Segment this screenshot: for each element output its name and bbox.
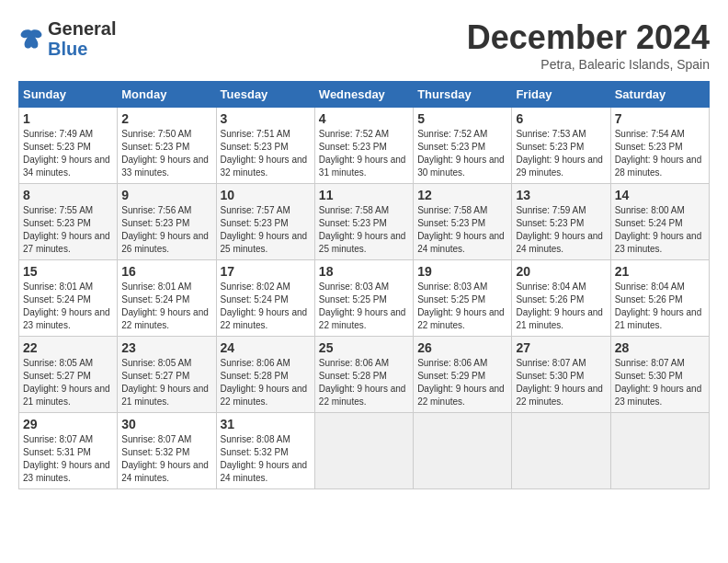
day-number: 14 bbox=[615, 188, 705, 202]
day-info: Sunrise: 8:03 AM Sunset: 5:25 PM Dayligh… bbox=[417, 281, 507, 332]
day-info: Sunrise: 8:07 AM Sunset: 5:30 PM Dayligh… bbox=[516, 357, 606, 408]
header-friday: Friday bbox=[512, 82, 610, 108]
day-info: Sunrise: 8:02 AM Sunset: 5:24 PM Dayligh… bbox=[221, 281, 311, 332]
calendar-cell: 30 Sunrise: 8:07 AM Sunset: 5:32 PM Dayl… bbox=[118, 413, 216, 489]
calendar-cell: 22 Sunrise: 8:05 AM Sunset: 5:27 PM Dayl… bbox=[19, 337, 118, 413]
calendar-cell: 20 Sunrise: 8:04 AM Sunset: 5:26 PM Dayl… bbox=[512, 260, 610, 337]
calendar-cell: 11 Sunrise: 7:58 AM Sunset: 5:23 PM Dayl… bbox=[314, 184, 413, 260]
day-number: 8 bbox=[23, 188, 113, 202]
calendar-cell: 29 Sunrise: 8:07 AM Sunset: 5:31 PM Dayl… bbox=[19, 413, 118, 489]
calendar-cell: 5 Sunrise: 7:52 AM Sunset: 5:23 PM Dayli… bbox=[414, 108, 512, 184]
header: General Blue December 2024 Petra, Balear… bbox=[18, 18, 710, 72]
calendar-cell: 6 Sunrise: 7:53 AM Sunset: 5:23 PM Dayli… bbox=[512, 108, 610, 184]
day-info: Sunrise: 8:05 AM Sunset: 5:27 PM Dayligh… bbox=[121, 357, 211, 408]
day-info: Sunrise: 7:58 AM Sunset: 5:23 PM Dayligh… bbox=[319, 204, 409, 256]
calendar-week-row: 8 Sunrise: 7:55 AM Sunset: 5:23 PM Dayli… bbox=[19, 184, 710, 260]
day-info: Sunrise: 8:04 AM Sunset: 5:26 PM Dayligh… bbox=[615, 281, 705, 332]
day-number: 19 bbox=[417, 264, 507, 279]
calendar-cell: 31 Sunrise: 8:08 AM Sunset: 5:32 PM Dayl… bbox=[216, 413, 314, 489]
title-area: December 2024 Petra, Balearic Islands, S… bbox=[467, 18, 710, 72]
day-info: Sunrise: 7:54 AM Sunset: 5:23 PM Dayligh… bbox=[615, 128, 705, 179]
header-monday: Monday bbox=[118, 82, 216, 108]
logo-text-general: General bbox=[48, 18, 116, 39]
day-number: 3 bbox=[221, 111, 311, 126]
calendar-cell: 19 Sunrise: 8:03 AM Sunset: 5:25 PM Dayl… bbox=[414, 260, 512, 337]
day-info: Sunrise: 8:03 AM Sunset: 5:25 PM Dayligh… bbox=[319, 281, 409, 332]
day-info: Sunrise: 8:06 AM Sunset: 5:29 PM Dayligh… bbox=[417, 357, 507, 408]
day-info: Sunrise: 7:52 AM Sunset: 5:23 PM Dayligh… bbox=[319, 128, 409, 179]
day-info: Sunrise: 8:01 AM Sunset: 5:24 PM Dayligh… bbox=[121, 281, 211, 332]
calendar-cell: 14 Sunrise: 8:00 AM Sunset: 5:24 PM Dayl… bbox=[610, 184, 709, 260]
calendar-cell: 10 Sunrise: 7:57 AM Sunset: 5:23 PM Dayl… bbox=[216, 184, 314, 260]
calendar-week-row: 22 Sunrise: 8:05 AM Sunset: 5:27 PM Dayl… bbox=[19, 337, 710, 413]
location-subtitle: Petra, Balearic Islands, Spain bbox=[467, 57, 710, 72]
calendar-cell bbox=[512, 413, 610, 489]
calendar-week-row: 1 Sunrise: 7:49 AM Sunset: 5:23 PM Dayli… bbox=[19, 108, 710, 184]
day-number: 7 bbox=[615, 111, 705, 126]
calendar-cell: 16 Sunrise: 8:01 AM Sunset: 5:24 PM Dayl… bbox=[118, 260, 216, 337]
day-info: Sunrise: 8:00 AM Sunset: 5:24 PM Dayligh… bbox=[615, 204, 705, 256]
day-number: 25 bbox=[319, 340, 409, 355]
logo-icon bbox=[18, 26, 44, 52]
calendar-cell: 24 Sunrise: 8:06 AM Sunset: 5:28 PM Dayl… bbox=[216, 337, 314, 413]
day-info: Sunrise: 7:58 AM Sunset: 5:23 PM Dayligh… bbox=[417, 204, 507, 256]
day-number: 21 bbox=[615, 264, 705, 279]
calendar-cell: 7 Sunrise: 7:54 AM Sunset: 5:23 PM Dayli… bbox=[610, 108, 709, 184]
day-info: Sunrise: 8:04 AM Sunset: 5:26 PM Dayligh… bbox=[516, 281, 606, 332]
day-info: Sunrise: 7:53 AM Sunset: 5:23 PM Dayligh… bbox=[516, 128, 606, 179]
day-info: Sunrise: 7:59 AM Sunset: 5:23 PM Dayligh… bbox=[516, 204, 606, 256]
calendar-cell: 9 Sunrise: 7:56 AM Sunset: 5:23 PM Dayli… bbox=[118, 184, 216, 260]
day-number: 2 bbox=[121, 111, 211, 126]
calendar-cell: 26 Sunrise: 8:06 AM Sunset: 5:29 PM Dayl… bbox=[414, 337, 512, 413]
header-wednesday: Wednesday bbox=[314, 82, 413, 108]
calendar-cell: 1 Sunrise: 7:49 AM Sunset: 5:23 PM Dayli… bbox=[19, 108, 118, 184]
day-number: 24 bbox=[221, 340, 311, 355]
day-info: Sunrise: 7:57 AM Sunset: 5:23 PM Dayligh… bbox=[221, 204, 311, 256]
day-number: 4 bbox=[319, 111, 409, 126]
day-number: 29 bbox=[23, 417, 113, 431]
calendar-cell: 28 Sunrise: 8:07 AM Sunset: 5:30 PM Dayl… bbox=[610, 337, 709, 413]
day-info: Sunrise: 7:55 AM Sunset: 5:23 PM Dayligh… bbox=[23, 204, 113, 256]
logo-text-blue: Blue bbox=[48, 39, 116, 59]
calendar-cell: 8 Sunrise: 7:55 AM Sunset: 5:23 PM Dayli… bbox=[19, 184, 118, 260]
day-info: Sunrise: 7:50 AM Sunset: 5:23 PM Dayligh… bbox=[121, 128, 211, 179]
day-number: 5 bbox=[417, 111, 507, 126]
day-number: 1 bbox=[23, 111, 113, 126]
calendar-cell: 2 Sunrise: 7:50 AM Sunset: 5:23 PM Dayli… bbox=[118, 108, 216, 184]
day-info: Sunrise: 7:51 AM Sunset: 5:23 PM Dayligh… bbox=[221, 128, 311, 179]
header-sunday: Sunday bbox=[19, 82, 118, 108]
header-thursday: Thursday bbox=[414, 82, 512, 108]
day-number: 26 bbox=[417, 340, 507, 355]
calendar-week-row: 29 Sunrise: 8:07 AM Sunset: 5:31 PM Dayl… bbox=[19, 413, 710, 489]
day-info: Sunrise: 8:07 AM Sunset: 5:32 PM Dayligh… bbox=[121, 433, 211, 485]
day-number: 28 bbox=[615, 340, 705, 355]
calendar-cell: 13 Sunrise: 7:59 AM Sunset: 5:23 PM Dayl… bbox=[512, 184, 610, 260]
calendar-cell: 25 Sunrise: 8:06 AM Sunset: 5:28 PM Dayl… bbox=[314, 337, 413, 413]
day-number: 22 bbox=[23, 340, 113, 355]
day-info: Sunrise: 8:07 AM Sunset: 5:30 PM Dayligh… bbox=[615, 357, 705, 408]
calendar-cell: 17 Sunrise: 8:02 AM Sunset: 5:24 PM Dayl… bbox=[216, 260, 314, 337]
calendar-cell bbox=[414, 413, 512, 489]
day-number: 17 bbox=[221, 264, 311, 279]
day-info: Sunrise: 7:56 AM Sunset: 5:23 PM Dayligh… bbox=[121, 204, 211, 256]
header-tuesday: Tuesday bbox=[216, 82, 314, 108]
day-number: 10 bbox=[221, 188, 311, 202]
day-info: Sunrise: 8:08 AM Sunset: 5:32 PM Dayligh… bbox=[221, 433, 311, 485]
day-number: 13 bbox=[516, 188, 606, 202]
day-number: 30 bbox=[121, 417, 211, 431]
day-number: 9 bbox=[121, 188, 211, 202]
day-info: Sunrise: 7:52 AM Sunset: 5:23 PM Dayligh… bbox=[417, 128, 507, 179]
calendar-cell: 4 Sunrise: 7:52 AM Sunset: 5:23 PM Dayli… bbox=[314, 108, 413, 184]
day-info: Sunrise: 8:06 AM Sunset: 5:28 PM Dayligh… bbox=[221, 357, 311, 408]
day-number: 12 bbox=[417, 188, 507, 202]
calendar-header-row: Sunday Monday Tuesday Wednesday Thursday… bbox=[19, 82, 710, 108]
day-number: 27 bbox=[516, 340, 606, 355]
day-info: Sunrise: 8:06 AM Sunset: 5:28 PM Dayligh… bbox=[319, 357, 409, 408]
day-info: Sunrise: 8:07 AM Sunset: 5:31 PM Dayligh… bbox=[23, 433, 113, 485]
calendar-cell: 3 Sunrise: 7:51 AM Sunset: 5:23 PM Dayli… bbox=[216, 108, 314, 184]
day-info: Sunrise: 8:01 AM Sunset: 5:24 PM Dayligh… bbox=[23, 281, 113, 332]
day-number: 6 bbox=[516, 111, 606, 126]
day-number: 11 bbox=[319, 188, 409, 202]
calendar-cell bbox=[610, 413, 709, 489]
calendar-cell: 27 Sunrise: 8:07 AM Sunset: 5:30 PM Dayl… bbox=[512, 337, 610, 413]
